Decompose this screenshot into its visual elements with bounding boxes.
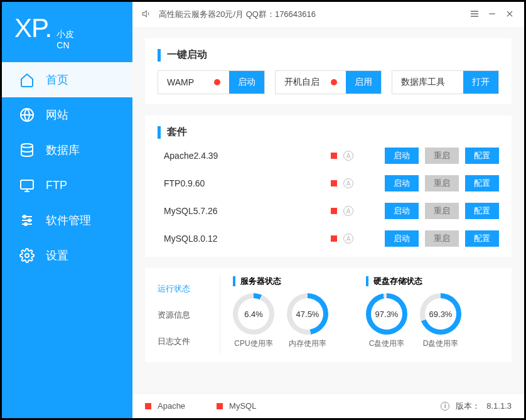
gauge-ring: 97.3% <box>366 293 407 335</box>
quickstart-pill: 开机自启启用 <box>275 70 382 94</box>
status-square-icon <box>217 403 223 409</box>
suite-name: FTP0.9.60 <box>164 178 325 188</box>
suite-name: Apache2.4.39 <box>164 151 325 161</box>
suite-card: 套件 Apache2.4.39A启动重启配置FTP0.9.60A启动重启配置My… <box>145 116 512 257</box>
version-label: 版本： <box>456 401 480 412</box>
pill-action-button[interactable]: 启用 <box>346 71 381 94</box>
config-button[interactable]: 配置 <box>465 230 499 247</box>
titlebar: 高性能云服务器20元/月 QQ群：176643616 <box>132 2 524 27</box>
announce-text[interactable]: 高性能云服务器20元/月 QQ群：176643616 <box>159 9 316 20</box>
gauge-ring: 6.4% <box>233 293 274 335</box>
section-bar-icon <box>158 49 161 62</box>
sidebar-item-gear[interactable]: 设置 <box>2 238 132 273</box>
pill-label: 开机自启 <box>276 77 331 88</box>
svg-rect-3 <box>21 180 33 189</box>
logo-main: XP. <box>14 13 51 43</box>
quickstart-title: 一键启动 <box>167 48 207 62</box>
status-square-icon <box>331 235 337 242</box>
status-tab[interactable]: 运行状态 <box>158 276 220 302</box>
status-tab[interactable]: 日志文件 <box>158 328 220 355</box>
minimize-icon[interactable] <box>486 9 498 20</box>
gauge-label: CPU使用率 <box>234 338 272 349</box>
info-icon[interactable]: i <box>441 402 449 411</box>
svg-point-2 <box>21 144 33 148</box>
speaker-icon <box>141 9 153 21</box>
gauge: 97.3%C盘使用率 <box>366 293 407 349</box>
sidebar-item-sliders[interactable]: 软件管理 <box>2 203 132 238</box>
globe-icon <box>19 107 35 122</box>
admin-icon[interactable]: A <box>343 234 353 244</box>
restart-button[interactable]: 重启 <box>425 148 459 164</box>
footer-apache: Apache <box>158 401 185 411</box>
gauge: 69.3%D盘使用率 <box>420 293 461 349</box>
disk-status-title: 硬盘存储状态 <box>373 276 422 287</box>
status-square-icon <box>331 208 337 214</box>
start-button[interactable]: 启动 <box>385 203 419 219</box>
version-value: 8.1.1.3 <box>486 401 512 411</box>
suite-name: MySQL5.7.26 <box>164 206 325 216</box>
admin-icon[interactable]: A <box>343 178 353 188</box>
sidebar-item-globe[interactable]: 网站 <box>2 97 132 132</box>
logo-sub2: CN <box>56 40 74 51</box>
close-icon[interactable] <box>504 9 515 20</box>
start-button[interactable]: 启动 <box>385 230 419 247</box>
admin-icon[interactable]: A <box>343 206 353 216</box>
menu-icon[interactable] <box>469 9 480 21</box>
pill-label: WAMP <box>158 77 214 87</box>
restart-button[interactable]: 重启 <box>425 175 459 191</box>
gauge: 6.4%CPU使用率 <box>233 293 274 349</box>
suite-row: MySQL5.7.26A启动重启配置 <box>164 203 499 219</box>
logo-sub1: 小皮 <box>56 28 74 40</box>
sidebar-item-database[interactable]: 数据库 <box>2 132 132 168</box>
sidebar-item-label: 设置 <box>46 248 68 263</box>
status-dot-icon <box>331 79 337 85</box>
footer: Apache MySQL i 版本： 8.1.1.3 <box>132 393 524 418</box>
start-button[interactable]: 启动 <box>385 148 419 164</box>
quickstart-pill: WAMP启动 <box>158 70 265 94</box>
gauge-label: D盘使用率 <box>423 338 459 349</box>
gauge-value: 47.5% <box>296 310 319 319</box>
sidebar-item-label: 首页 <box>46 72 68 87</box>
sidebar-item-label: 数据库 <box>46 143 80 158</box>
gauge-ring: 69.3% <box>420 293 461 335</box>
quickstart-card: 一键启动 WAMP启动开机自启启用数据库工具打开 <box>145 38 512 104</box>
gauge: 47.5%内存使用率 <box>287 293 328 349</box>
sidebar-item-home[interactable]: 首页 <box>2 62 132 97</box>
sliders-icon <box>19 213 35 228</box>
pill-action-button[interactable]: 启动 <box>229 71 264 94</box>
svg-point-12 <box>25 254 29 257</box>
status-card: 运行状态资源信息日志文件 服务器状态 6.4%CPU使用率47.5%内存使用率 … <box>145 268 512 362</box>
pill-label: 数据库工具 <box>392 77 463 88</box>
config-button[interactable]: 配置 <box>465 203 499 219</box>
status-square-icon <box>331 180 337 186</box>
footer-mysql: MySQL <box>229 401 256 411</box>
database-icon <box>19 143 35 158</box>
start-button[interactable]: 启动 <box>385 175 419 191</box>
svg-marker-13 <box>142 11 146 16</box>
sidebar-item-label: 软件管理 <box>46 213 91 228</box>
restart-button[interactable]: 重启 <box>425 203 459 219</box>
sidebar-item-label: FTP <box>46 179 67 192</box>
logo: XP. 小皮 CN <box>2 2 132 62</box>
app-window: XP. 小皮 CN 首页网站数据库FTP软件管理设置 高性能云服务器20元/月 … <box>0 0 526 420</box>
section-bar-icon <box>233 276 235 286</box>
gauge-label: 内存使用率 <box>289 338 326 349</box>
suite-row: MySQL8.0.12A启动重启配置 <box>164 230 499 247</box>
gauge-value: 6.4% <box>244 310 263 319</box>
sidebar: XP. 小皮 CN 首页网站数据库FTP软件管理设置 <box>2 2 132 418</box>
config-button[interactable]: 配置 <box>465 175 499 191</box>
gear-icon <box>19 248 35 263</box>
config-button[interactable]: 配置 <box>465 148 499 164</box>
gauge-value: 97.3% <box>375 310 399 319</box>
suite-name: MySQL8.0.12 <box>164 234 325 244</box>
restart-button[interactable]: 重启 <box>425 230 459 247</box>
sidebar-item-monitor[interactable]: FTP <box>2 168 132 203</box>
gauge-ring: 47.5% <box>287 293 328 335</box>
suite-row: Apache2.4.39A启动重启配置 <box>164 148 499 164</box>
suite-row: FTP0.9.60A启动重启配置 <box>164 175 499 191</box>
status-tab[interactable]: 资源信息 <box>158 302 220 328</box>
admin-icon[interactable]: A <box>343 151 353 161</box>
status-square-icon <box>145 403 151 409</box>
pill-action-button[interactable]: 打开 <box>463 71 498 94</box>
section-bar-icon <box>366 276 368 286</box>
